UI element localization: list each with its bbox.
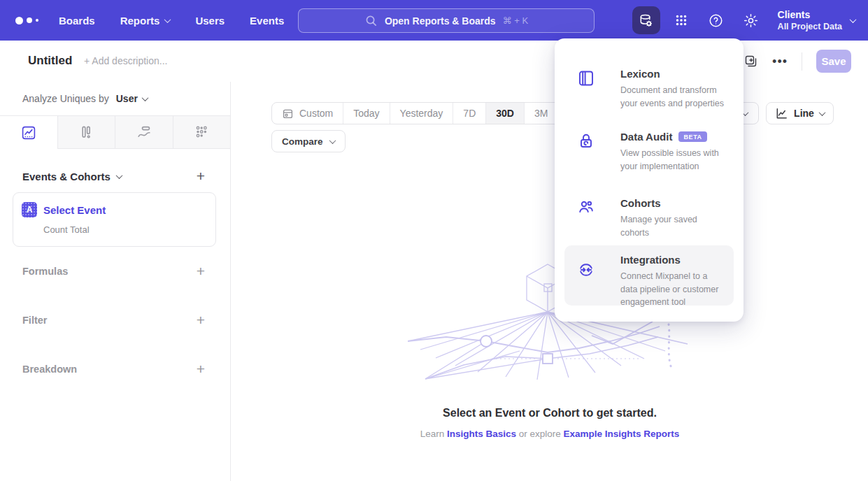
menu-item-integrations[interactable]: Integrations Connect Mixpanel to a data …	[564, 245, 734, 306]
formulas-section: Formulas +	[0, 265, 230, 278]
navbar-right: Clients All Project Data	[632, 0, 855, 41]
menu-item-cohorts[interactable]: Cohorts Manage your saved cohorts	[564, 189, 734, 247]
date-range-7d[interactable]: 7D	[453, 103, 485, 124]
beta-badge: BETA	[678, 131, 706, 142]
save-button[interactable]: Save	[816, 50, 851, 73]
events-cohorts-dropdown[interactable]: Events & Cohorts	[22, 171, 122, 182]
wireframe-circle-node	[481, 336, 492, 347]
date-range-30d-selected[interactable]: 30D	[485, 103, 524, 124]
menu-item-description: Connect Mixpanel to a data pipeline or c…	[620, 270, 727, 309]
duplicate-icon	[744, 54, 758, 69]
integrations-sync-icon	[577, 261, 595, 282]
event-card[interactable]: A Select Event Count Total	[13, 192, 216, 247]
nav-label: Reports	[120, 15, 160, 27]
data-audit-icon	[577, 132, 595, 153]
stacked-flow-icon	[136, 124, 152, 140]
breakdown-section: Breakdown +	[0, 363, 230, 375]
global-search-input[interactable]: Open Reports & Boards ⌘ + K	[298, 8, 595, 33]
line-chart-icon	[775, 107, 788, 120]
chevron-down-icon	[329, 137, 336, 144]
breakdown-label: Breakdown	[22, 364, 77, 375]
lexicon-book-icon	[577, 69, 595, 90]
analyze-entity-dropdown[interactable]: User	[116, 93, 148, 104]
menu-item-title: Cohorts	[620, 197, 661, 209]
chart-type-tabs	[0, 115, 230, 149]
chart-type-dropdown[interactable]: Line	[766, 102, 834, 124]
analyze-label: Analyze Uniques by	[22, 93, 109, 104]
chevron-down-icon	[850, 16, 857, 23]
filter-label: Filter	[22, 315, 47, 326]
more-options-button[interactable]: •••	[772, 58, 788, 65]
line-chart-icon	[21, 125, 36, 141]
search-shortcut: ⌘ + K	[503, 15, 529, 26]
date-range-control: Custom Today Yesterday 7D 30D 3M 6M	[271, 102, 592, 124]
learn-prefix: Learn	[420, 429, 445, 439]
tab-line-chart[interactable]	[0, 116, 58, 149]
project-name: Clients	[778, 9, 842, 22]
wireframe-square-node	[543, 354, 553, 364]
search-icon	[364, 14, 378, 27]
duplicate-button[interactable]	[744, 54, 758, 69]
date-range-yesterday[interactable]: Yesterday	[390, 103, 453, 124]
date-range-label: 30D	[496, 108, 514, 119]
help-button[interactable]	[702, 6, 730, 34]
project-switcher[interactable]: Clients All Project Data	[778, 9, 855, 31]
empty-state-links: Learn Insights Basics or explore Example…	[232, 429, 868, 439]
date-range-label: 7D	[463, 108, 476, 119]
date-range-label: Custom	[299, 108, 333, 119]
nav-item-boards[interactable]: Boards	[59, 15, 95, 27]
apps-grid-button[interactable]	[667, 6, 695, 34]
event-series-badge: A	[22, 202, 37, 217]
top-navbar: Boards Reports Users Events Open Reports…	[0, 0, 868, 41]
apps-grid-icon	[674, 13, 689, 28]
nav-label: Users	[195, 15, 225, 27]
analyze-value: User	[116, 93, 138, 104]
settings-button[interactable]	[737, 6, 765, 34]
menu-item-lexicon[interactable]: Lexicon Document and transform your even…	[564, 59, 734, 118]
select-event-button[interactable]: Select Event	[43, 204, 106, 216]
add-breakdown-button[interactable]: +	[197, 363, 205, 375]
bar-chart-icon	[78, 124, 94, 140]
cohorts-people-icon	[577, 197, 595, 218]
report-title[interactable]: Untitled	[28, 54, 72, 68]
add-event-button[interactable]: +	[197, 170, 205, 182]
search-placeholder: Open Reports & Boards	[385, 15, 496, 27]
menu-item-description: Manage your saved cohorts	[620, 213, 727, 239]
chevron-down-icon	[164, 16, 171, 23]
nav-item-users[interactable]: Users	[195, 15, 225, 27]
metrics-dots-icon	[194, 124, 209, 140]
add-formula-button[interactable]: +	[197, 265, 205, 278]
divider	[802, 52, 802, 71]
insights-basics-link[interactable]: Insights Basics	[447, 429, 516, 439]
menu-item-title: Lexicon	[620, 68, 660, 80]
nav-item-reports[interactable]: Reports	[120, 15, 171, 27]
date-range-label: 3M	[534, 108, 548, 119]
mixpanel-logo-icon[interactable]	[15, 17, 49, 24]
query-builder-sidebar: Analyze Uniques by User	[0, 82, 231, 481]
tab-bar-chart[interactable]	[58, 116, 116, 149]
explore-prefix: or explore	[519, 429, 561, 439]
add-filter-button[interactable]: +	[197, 314, 205, 326]
chart-type-label: Line	[794, 108, 814, 119]
nav-label: Events	[250, 15, 284, 27]
example-reports-link[interactable]: Example Insights Reports	[564, 429, 680, 439]
data-management-button[interactable]	[632, 6, 660, 34]
tab-stacked-chart[interactable]	[115, 116, 173, 149]
date-range-today[interactable]: Today	[343, 103, 389, 124]
date-range-3m[interactable]: 3M	[524, 103, 557, 124]
events-cohorts-label: Events & Cohorts	[22, 171, 111, 182]
date-range-custom[interactable]: Custom	[272, 103, 343, 124]
tab-metrics[interactable]	[173, 116, 231, 149]
main-nav: Boards Reports Users Events	[59, 15, 284, 27]
event-aggregation[interactable]: Count Total	[43, 224, 206, 235]
report-description-input[interactable]: + Add description...	[84, 55, 167, 66]
data-management-menu: Lexicon Document and transform your even…	[555, 38, 744, 322]
menu-item-description: View possible issues with your implement…	[620, 147, 727, 173]
compare-dropdown[interactable]: Compare	[271, 130, 346, 152]
menu-item-data-audit[interactable]: Data Audit BETA View possible issues wit…	[564, 122, 734, 181]
nav-item-events[interactable]: Events	[250, 15, 284, 27]
nav-label: Boards	[59, 15, 95, 27]
date-range-label: Today	[353, 108, 379, 119]
gear-icon	[743, 13, 759, 29]
chevron-down-icon	[818, 109, 825, 116]
